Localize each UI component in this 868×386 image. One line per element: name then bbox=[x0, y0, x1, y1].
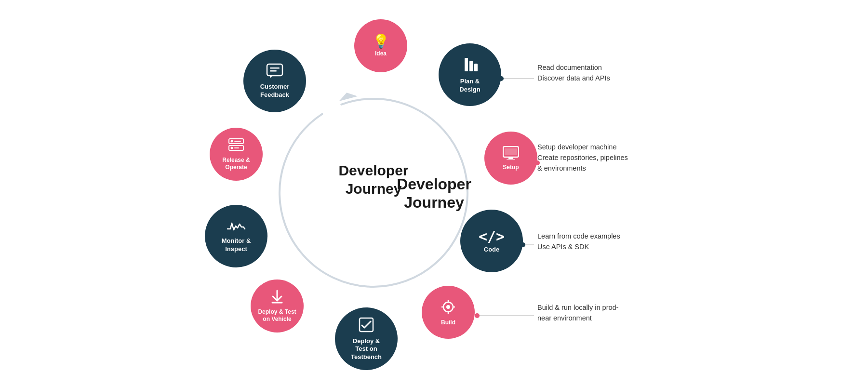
annotation-setup: Setup developer machineCreate repositori… bbox=[537, 142, 628, 173]
code-icon: </> bbox=[479, 229, 505, 244]
annotation-build: Build & run locally in prod-near environ… bbox=[537, 303, 618, 324]
node-build-label: Build bbox=[441, 319, 455, 326]
node-customer-feedback-label: CustomerFeedback bbox=[260, 83, 290, 99]
node-deploy-vehicle-label: Deploy & Teston Vehicle bbox=[258, 308, 296, 323]
node-idea-label: Idea bbox=[375, 50, 387, 57]
node-plan-design[interactable]: Plan &Design bbox=[439, 43, 501, 106]
deploy-testbench-icon bbox=[358, 317, 374, 335]
node-release-operate[interactable]: Release &Operate bbox=[210, 128, 263, 181]
node-build[interactable]: Build bbox=[422, 286, 475, 339]
node-deploy-testbench[interactable]: Deploy &Test onTestbench bbox=[335, 307, 398, 370]
node-idea[interactable]: 💡 Idea bbox=[354, 19, 407, 72]
svg-point-28 bbox=[231, 140, 233, 142]
setup-icon bbox=[503, 146, 519, 162]
svg-rect-32 bbox=[267, 64, 282, 76]
idea-icon: 💡 bbox=[373, 35, 389, 48]
node-setup[interactable]: Setup bbox=[484, 132, 537, 185]
developer-journey-label: DeveloperJourney bbox=[338, 162, 408, 197]
svg-point-29 bbox=[231, 146, 233, 149]
svg-marker-1 bbox=[337, 90, 358, 101]
svg-rect-33 bbox=[270, 67, 280, 69]
plan-design-icon bbox=[461, 56, 479, 76]
svg-rect-11 bbox=[469, 61, 473, 71]
node-deploy-testbench-label: Deploy &Test onTestbench bbox=[351, 337, 382, 361]
svg-rect-15 bbox=[507, 159, 515, 160]
diagram-container: DeveloperJourney Read documentationDisco… bbox=[0, 0, 868, 386]
svg-rect-34 bbox=[270, 70, 277, 72]
svg-point-18 bbox=[446, 305, 450, 309]
node-setup-label: Setup bbox=[503, 164, 519, 171]
svg-rect-12 bbox=[474, 64, 478, 71]
release-operate-icon bbox=[228, 138, 244, 155]
annotation-plan-design: Read documentationDiscover data and APIs bbox=[537, 63, 610, 84]
build-icon bbox=[441, 299, 456, 317]
node-customer-feedback[interactable]: CustomerFeedback bbox=[243, 50, 306, 112]
node-deploy-vehicle[interactable]: Deploy & Teston Vehicle bbox=[251, 280, 304, 333]
center-label: DeveloperJourney bbox=[397, 174, 471, 212]
center-title: DeveloperJourney bbox=[318, 161, 429, 198]
node-release-operate-label: Release &Operate bbox=[222, 157, 250, 171]
node-plan-design-label: Plan &Design bbox=[459, 78, 480, 94]
node-monitor-inspect-label: Monitor &Inspect bbox=[222, 237, 251, 253]
svg-point-9 bbox=[475, 313, 480, 318]
annotation-code: Learn from code examplesUse APIs & SDK bbox=[537, 231, 620, 253]
node-code-label: Code bbox=[484, 246, 500, 253]
node-code[interactable]: </> Code bbox=[460, 210, 523, 272]
node-monitor-inspect[interactable]: Monitor &Inspect bbox=[205, 205, 267, 267]
svg-rect-16 bbox=[505, 148, 517, 155]
svg-rect-10 bbox=[465, 58, 468, 71]
monitor-inspect-icon bbox=[227, 219, 246, 235]
svg-rect-14 bbox=[508, 157, 513, 159]
deploy-vehicle-icon bbox=[270, 290, 284, 306]
customer-feedback-icon bbox=[266, 63, 283, 81]
